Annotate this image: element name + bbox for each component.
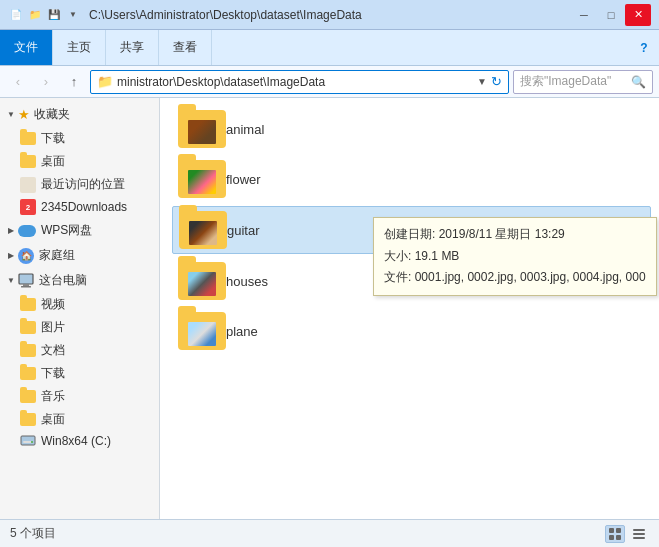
file-grid: animal flower guitar 创建日期: 2 — [172, 106, 651, 354]
address-box[interactable]: 📁 ministrator\Desktop\dataset\ImageData … — [90, 70, 509, 94]
tooltip-size: 大小: 19.1 MB — [384, 246, 646, 268]
homegroup-icon: 🏠 — [18, 248, 34, 264]
wps-cloud-icon — [18, 225, 36, 237]
save-icon: 💾 — [46, 7, 62, 23]
sidebar-pc-header[interactable]: ▼ 这台电脑 — [0, 268, 159, 293]
sidebar-item-video[interactable]: 视频 — [0, 293, 159, 316]
status-count: 5 个项目 — [10, 525, 605, 542]
houses-filename: houses — [226, 274, 268, 289]
sidebar-item-desktop2-label: 桌面 — [41, 411, 65, 428]
sidebar-favorites-header[interactable]: ▼ ★ 收藏夹 — [0, 102, 159, 127]
file-area: animal flower guitar 创建日期: 2 — [160, 98, 659, 519]
tooltip-size-value: 19.1 MB — [415, 249, 460, 263]
flower-thumbnail — [188, 170, 216, 194]
refresh-button[interactable]: ↻ — [491, 74, 502, 89]
sidebar-item-drive-label: Win8x64 (C:) — [41, 434, 111, 448]
tooltip-files-value: 0001.jpg, 0002.jpg, 0003.jpg, 0004.jpg, … — [415, 270, 646, 284]
search-placeholder: 搜索"ImageData" — [520, 73, 631, 90]
sidebar-wps-header[interactable]: ▶ WPS网盘 — [0, 218, 159, 243]
plane-folder-icon — [178, 312, 226, 350]
ribbon: 文件 主页 共享 查看 ? — [0, 30, 659, 66]
sidebar-item-2345[interactable]: 2 2345Downloads — [0, 196, 159, 218]
address-bar: ‹ › ↑ 📁 ministrator\Desktop\dataset\Imag… — [0, 66, 659, 98]
music-folder-icon — [20, 390, 36, 403]
search-box[interactable]: 搜索"ImageData" 🔍 — [513, 70, 653, 94]
svg-rect-0 — [19, 274, 33, 284]
animal-folder-icon — [178, 110, 226, 148]
guitar-thumbnail — [189, 221, 217, 245]
sidebar: ▼ ★ 收藏夹 下载 桌面 最近访问的位置 2 2345Downloads ▶ … — [0, 98, 160, 519]
tooltip-size-label: 大小: — [384, 249, 411, 263]
pc-chevron: ▼ — [6, 276, 16, 286]
tooltip-created-value: 2019/8/11 星期日 13:29 — [439, 227, 565, 241]
drive-icon — [20, 434, 36, 448]
recent-icon — [20, 177, 36, 193]
sidebar-item-download2[interactable]: 下载 — [0, 362, 159, 385]
guitar-folder-icon — [179, 211, 227, 249]
guitar-filename: guitar — [227, 223, 260, 238]
sidebar-item-desktop[interactable]: 桌面 — [0, 150, 159, 173]
tab-file[interactable]: 文件 — [0, 30, 53, 65]
favorites-chevron: ▼ — [6, 110, 16, 120]
maximize-button[interactable]: □ — [598, 4, 624, 26]
sidebar-item-picture[interactable]: 图片 — [0, 316, 159, 339]
up-button[interactable]: ↑ — [62, 70, 86, 94]
forward-button[interactable]: › — [34, 70, 58, 94]
search-icon[interactable]: 🔍 — [631, 75, 646, 89]
svg-rect-3 — [21, 436, 35, 445]
sidebar-item-music[interactable]: 音乐 — [0, 385, 159, 408]
folder-icon: 📁 — [27, 7, 43, 23]
address-folder-icon: 📁 — [97, 74, 113, 89]
file-item-guitar[interactable]: guitar 创建日期: 2019/8/11 星期日 13:29 大小: 19.… — [172, 206, 651, 254]
view-tiles-button[interactable] — [605, 525, 625, 543]
minimize-button[interactable]: ─ — [571, 4, 597, 26]
tab-home[interactable]: 主页 — [53, 30, 106, 65]
svg-rect-9 — [616, 535, 621, 540]
svg-rect-2 — [21, 286, 31, 288]
close-button[interactable]: ✕ — [625, 4, 651, 26]
sidebar-item-recent[interactable]: 最近访问的位置 — [0, 173, 159, 196]
svg-rect-10 — [633, 529, 645, 531]
view-icons — [605, 525, 649, 543]
svg-point-5 — [31, 441, 33, 443]
svg-rect-12 — [633, 537, 645, 539]
help-button[interactable]: ? — [629, 30, 659, 65]
file-item-animal[interactable]: animal — [172, 106, 651, 152]
desktop2-folder-icon — [20, 413, 36, 426]
file-item-flower[interactable]: flower — [172, 156, 651, 202]
sidebar-item-docs[interactable]: 文档 — [0, 339, 159, 362]
tooltip-files: 文件: 0001.jpg, 0002.jpg, 0003.jpg, 0004.j… — [384, 267, 646, 289]
sidebar-item-drive[interactable]: Win8x64 (C:) — [0, 431, 159, 451]
status-bar: 5 个项目 — [0, 519, 659, 547]
sidebar-homegroup-header[interactable]: ▶ 🏠 家庭组 — [0, 243, 159, 268]
plane-thumbnail — [188, 322, 216, 346]
view-details-button[interactable] — [629, 525, 649, 543]
dropdown-icon[interactable]: ▼ — [65, 7, 81, 23]
wps-chevron: ▶ — [6, 226, 16, 236]
houses-folder-icon — [178, 262, 226, 300]
sidebar-item-picture-label: 图片 — [41, 319, 65, 336]
title-bar-icons: 📄 📁 💾 ▼ — [8, 7, 81, 23]
svg-rect-11 — [633, 533, 645, 535]
address-dropdown-btn[interactable]: ▼ — [473, 76, 491, 87]
file-item-plane[interactable]: plane — [172, 308, 651, 354]
pc-icon — [18, 273, 34, 289]
ribbon-spacer — [212, 30, 629, 65]
pc-label: 这台电脑 — [39, 272, 87, 289]
window-title: C:\Users\Administrator\Desktop\dataset\I… — [89, 8, 571, 22]
plane-filename: plane — [226, 324, 258, 339]
tab-view[interactable]: 查看 — [159, 30, 212, 65]
guitar-tooltip: 创建日期: 2019/8/11 星期日 13:29 大小: 19.1 MB 文件… — [373, 217, 657, 296]
download2-folder-icon — [20, 367, 36, 380]
svg-rect-7 — [616, 528, 621, 533]
tab-share[interactable]: 共享 — [106, 30, 159, 65]
back-button[interactable]: ‹ — [6, 70, 30, 94]
sidebar-item-desktop2[interactable]: 桌面 — [0, 408, 159, 431]
2345-icon: 2 — [20, 199, 36, 215]
svg-rect-1 — [23, 284, 29, 286]
sidebar-item-download[interactable]: 下载 — [0, 127, 159, 150]
desktop-folder-icon — [20, 155, 36, 168]
picture-folder-icon — [20, 321, 36, 334]
flower-folder-icon — [178, 160, 226, 198]
flower-filename: flower — [226, 172, 261, 187]
